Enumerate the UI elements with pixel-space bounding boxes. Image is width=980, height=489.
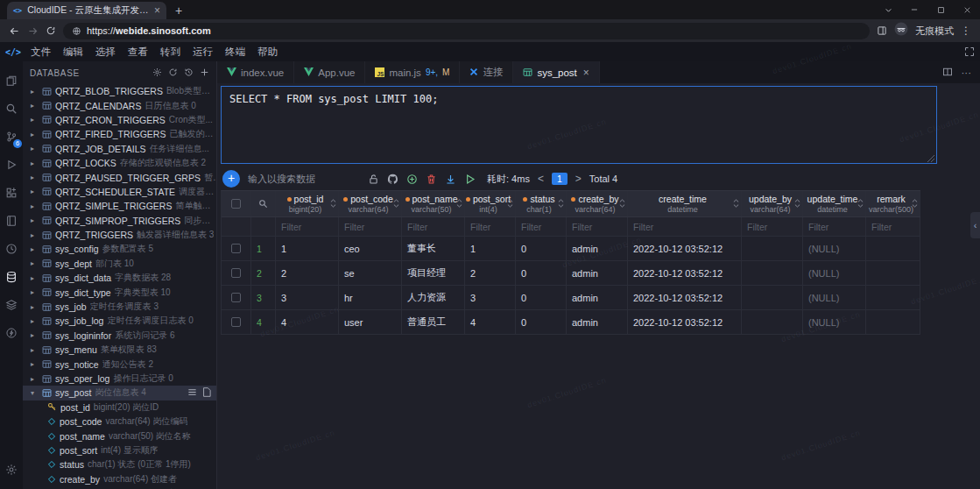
row-checkbox[interactable]	[222, 286, 251, 309]
data-cell[interactable]: 2022-10-12 03:52:12	[628, 286, 742, 309]
data-cell[interactable]: (NULL)	[803, 261, 866, 285]
table-item-QRTZ_SCHEDULER_STATE[interactable]: ▸QRTZ_SCHEDULER_STATE调度器状...	[23, 185, 216, 199]
select-all-checkbox[interactable]	[222, 191, 251, 216]
gear-icon[interactable]	[152, 67, 162, 79]
data-cell[interactable]: 0	[516, 237, 567, 260]
data-cell[interactable]: 1	[276, 237, 339, 260]
table-item-QRTZ_LOCKS[interactable]: ▸QRTZ_LOCKS存储的悲观锁信息表 2	[23, 156, 216, 170]
new-tab-button[interactable]: +	[175, 4, 182, 18]
split-editor-icon[interactable]	[942, 67, 953, 79]
field-item-post_id[interactable]: post_idbigint(20) 岗位ID	[23, 400, 216, 415]
table-item-sys_job[interactable]: ▸sys_job定时任务调度表 3	[23, 300, 216, 314]
sort-icon[interactable]	[619, 198, 625, 209]
browser-menu-icon[interactable]: ⋮	[961, 25, 971, 37]
editor-tab-main.js[interactable]: JSmain.js9+,M	[365, 61, 460, 83]
filter-input-post_sort[interactable]: Filter	[465, 217, 516, 236]
sort-icon[interactable]	[330, 198, 336, 209]
checkbox-icon[interactable]	[231, 268, 241, 278]
table-item-sys_post[interactable]: ▾sys_post岗位信息表 4	[23, 386, 216, 400]
filter-input-update_by[interactable]: Filter	[742, 217, 803, 236]
table-item-QRTZ_SIMPLE_TRIGGERS[interactable]: ▸QRTZ_SIMPLE_TRIGGERS简单触发...	[23, 199, 216, 213]
filter-input-create_by[interactable]: Filter	[567, 217, 628, 236]
export-icon[interactable]	[445, 174, 456, 185]
data-cell[interactable]: 董事长	[402, 237, 465, 260]
data-cell[interactable]: (NULL)	[803, 310, 866, 334]
data-cell[interactable]: 2022-10-12 03:52:12	[628, 261, 742, 285]
data-cell[interactable]: user	[339, 310, 402, 334]
table-item-sys_config[interactable]: ▸sys_config参数配置表 5	[23, 242, 216, 256]
data-cell[interactable]	[866, 261, 920, 285]
column-header-post_code[interactable]: post_codevarchar(64)	[339, 191, 402, 216]
menu-item[interactable]: 转到	[154, 46, 187, 59]
data-cell[interactable]: 2	[465, 261, 516, 285]
field-item-post_name[interactable]: post_namevarchar(50) 岗位名称	[23, 429, 216, 443]
filter-input-post_name[interactable]: Filter	[402, 217, 465, 236]
current-page[interactable]: 1	[552, 173, 568, 185]
run-icon[interactable]	[464, 174, 476, 185]
row-checkbox[interactable]	[222, 310, 251, 334]
table-item-QRTZ_CALENDARS[interactable]: ▸QRTZ_CALENDARS日历信息表 0	[23, 98, 216, 112]
checkbox-icon[interactable]	[231, 199, 241, 209]
browser-tab[interactable]: <> CloudIDE - 云原生集成开发环境 ×	[7, 2, 166, 19]
menu-item[interactable]: 选择	[89, 46, 122, 59]
sql-editor[interactable]: SELECT * FROM sys_post LIMIT 100;	[221, 86, 937, 164]
filter-input-create_time[interactable]: Filter	[628, 217, 742, 236]
data-cell[interactable]: 项目经理	[402, 261, 465, 285]
reload-icon[interactable]	[46, 25, 56, 36]
menu-item[interactable]: 终端	[219, 46, 251, 59]
data-cell[interactable]	[866, 237, 920, 260]
column-header-update_time[interactable]: update_timedatetime	[803, 191, 866, 216]
history-icon[interactable]	[184, 67, 194, 79]
field-item-post_code[interactable]: post_codevarchar(64) 岗位编码	[23, 415, 216, 429]
maximize-icon[interactable]	[927, 0, 954, 19]
layers-icon[interactable]	[0, 291, 23, 319]
column-header-post_sort[interactable]: post_sortint(4)	[465, 191, 516, 216]
table-item-QRTZ_PAUSED_TRIGGER_GRPS[interactable]: ▸QRTZ_PAUSED_TRIGGER_GRPS暂...	[23, 170, 216, 184]
data-cell[interactable]	[866, 310, 920, 334]
data-cell[interactable]: 1	[465, 237, 516, 260]
table-item-sys_notice[interactable]: ▸sys_notice通知公告表 2	[23, 357, 216, 371]
data-cell[interactable]: se	[339, 261, 402, 285]
minimize-icon[interactable]	[901, 0, 927, 19]
table-item-QRTZ_SIMPROP_TRIGGERS[interactable]: ▸QRTZ_SIMPROP_TRIGGERS同步机...	[23, 214, 216, 228]
back-icon[interactable]	[9, 25, 20, 37]
run-debug-icon[interactable]	[0, 151, 23, 179]
files-icon[interactable]	[0, 67, 23, 95]
column-header-create_by[interactable]: create_byvarchar(64)	[567, 191, 628, 216]
notebook-icon[interactable]	[0, 207, 23, 235]
data-cell[interactable]	[742, 237, 803, 260]
sort-icon[interactable]	[456, 198, 462, 209]
fullscreen-icon[interactable]	[964, 46, 975, 57]
settings-gear-icon[interactable]	[0, 456, 23, 484]
field-item-post_sort[interactable]: post_sortint(4) 显示顺序	[23, 443, 216, 457]
checkbox-icon[interactable]	[231, 293, 241, 302]
data-cell[interactable]	[742, 261, 803, 285]
flash-icon[interactable]	[0, 319, 23, 347]
extensions-icon[interactable]	[0, 179, 23, 207]
sort-icon[interactable]	[393, 198, 399, 209]
field-item-create_by[interactable]: create_byvarchar(64) 创建者	[23, 472, 216, 486]
column-header-update_by[interactable]: update_byvarchar(64)	[742, 191, 803, 216]
search-input[interactable]	[248, 174, 360, 184]
data-cell[interactable]: 4	[276, 310, 339, 334]
sort-icon[interactable]	[857, 198, 864, 209]
field-item-status[interactable]: statuschar(1) 状态 (0正常 1停用)	[23, 457, 216, 471]
close-icon[interactable]: ×	[154, 5, 160, 16]
data-cell[interactable]: (NULL)	[803, 286, 866, 309]
sort-icon[interactable]	[794, 198, 800, 209]
sort-icon[interactable]	[733, 198, 739, 209]
column-header-post_id[interactable]: post_idbigint(20)	[276, 191, 339, 216]
data-cell[interactable]: 0	[516, 286, 567, 309]
menu-item[interactable]: 文件	[25, 46, 57, 59]
column-header-remark[interactable]: remarkvarchar(500)	[866, 191, 920, 216]
data-cell[interactable]: 人力资源	[402, 286, 465, 309]
close-icon[interactable]: ×	[583, 67, 589, 78]
menu-item[interactable]: 编辑	[57, 46, 89, 59]
table-item-sys_menu[interactable]: ▸sys_menu菜单权限表 83	[23, 343, 216, 357]
table-item-sys_dict_type[interactable]: ▸sys_dict_type字典类型表 10	[23, 285, 216, 299]
menu-item[interactable]: 查看	[122, 46, 154, 59]
table-item-QRTZ_TRIGGERS[interactable]: ▸QRTZ_TRIGGERS触发器详细信息表 3	[23, 228, 216, 242]
add-icon[interactable]	[200, 67, 209, 79]
prev-page-button[interactable]: <	[538, 173, 544, 185]
data-cell[interactable]: 2022-10-12 03:52:12	[628, 310, 742, 334]
